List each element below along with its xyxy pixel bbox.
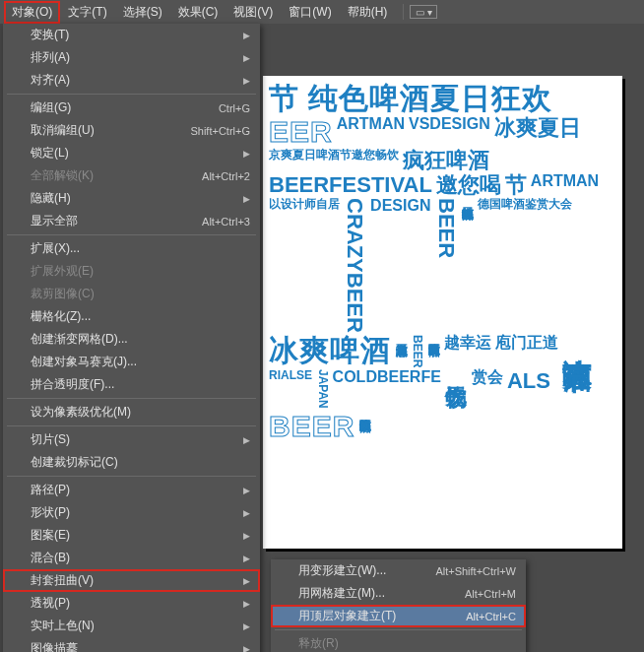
object-menu-dropdown: 变换(T)▶排列(A)▶对齐(A)▶编组(G)Ctrl+G取消编组(U)Shif…: [3, 24, 260, 652]
menu-separator: [7, 94, 256, 95]
submenu-item[interactable]: 用变形建立(W)...Alt+Shift+Ctrl+W: [271, 559, 526, 582]
menu-item-label: 裁剪图像(C): [31, 286, 95, 302]
poster-text: 节: [505, 173, 527, 196]
menu-shortcut: Alt+Ctrl+3: [202, 216, 250, 228]
poster-text: BEERFESTIVAL: [269, 173, 432, 196]
menu-shortcut: Alt+Ctrl+2: [202, 170, 250, 182]
poster-text: VSDESIGN: [409, 116, 490, 148]
menubar-item[interactable]: 视图(V): [225, 1, 281, 24]
menu-item[interactable]: 切片(S)▶: [3, 428, 260, 451]
submenu-item[interactable]: 用网格建立(M)...Alt+Ctrl+M: [271, 582, 526, 605]
menu-bar: 对象(O)文字(T)选择(S)效果(C)视图(V)窗口(W)帮助(H)▭ ▾: [0, 0, 644, 24]
menu-item[interactable]: 拼合透明度(F)...: [3, 373, 260, 396]
menu-item-label: 扩展(X)...: [31, 240, 80, 257]
menu-item: 裁剪图像(C): [3, 283, 260, 305]
menu-item[interactable]: 透视(P)▶: [3, 592, 260, 615]
menu-item-label: 形状(P): [31, 504, 70, 521]
canvas-area: 节 纯色啤酒夏日狂欢EERARTMANVSDESIGN冰爽夏日京爽夏日啤酒节邀您…: [260, 24, 644, 652]
menu-item-label: 设为像素级优化(M): [31, 404, 131, 421]
poster-text: 赏会: [472, 369, 503, 409]
menu-item[interactable]: 创建裁切标记(C): [3, 451, 260, 474]
menu-item-label: 透视(P): [31, 595, 70, 612]
menu-item-label: 排列(A): [31, 49, 70, 66]
menu-item[interactable]: 栅格化(Z)...: [3, 305, 260, 328]
submenu-item: 释放(R): [271, 632, 526, 652]
menu-item[interactable]: 隐藏(H)▶: [3, 187, 260, 210]
poster-text: 德国啤酒鉴赏大会: [478, 198, 572, 333]
menu-item-label: 封套扭曲(V): [31, 572, 94, 589]
poster-text: 疯狂啤酒: [403, 149, 489, 171]
menu-item[interactable]: 扩展(X)...: [3, 237, 260, 260]
menubar-item[interactable]: 窗口(W): [281, 1, 339, 24]
menu-item[interactable]: 图案(E)▶: [3, 524, 260, 547]
menu-item: 扩展外观(E): [3, 260, 260, 283]
menu-item[interactable]: 封套扭曲(V)▶: [3, 569, 260, 592]
menubar-item[interactable]: 对象(O): [4, 1, 60, 24]
poster-text: RIALSE: [269, 369, 312, 409]
poster-text: COLDBEERFE: [333, 369, 441, 409]
poster-text: JAPAN: [316, 369, 329, 409]
menu-item-label: 隐藏(H): [31, 190, 71, 207]
menu-item[interactable]: 对齐(A)▶: [3, 69, 260, 92]
poster-text: 夏日啤酒邀您: [395, 335, 408, 367]
submenu-arrow-icon: ▶: [243, 435, 250, 445]
menu-item[interactable]: 排列(A)▶: [3, 46, 260, 69]
submenu-arrow-icon: ▶: [243, 621, 250, 631]
poster-text: BEER: [269, 411, 354, 442]
menu-item-label: 变换(T): [31, 27, 69, 43]
toolbar-icon[interactable]: ▭ ▾: [410, 5, 437, 19]
submenu-arrow-icon: ▶: [243, 149, 250, 159]
poster-text: 冰爽啤酒节: [562, 335, 594, 367]
poster-text: 京爽夏日啤酒节邀您畅饮: [269, 149, 399, 171]
poster-text: ARTMAN: [531, 173, 599, 196]
menubar-item[interactable]: 效果(C): [170, 1, 226, 24]
menu-separator: [7, 398, 256, 399]
poster-text: 啤酒节夏日狂欢限: [427, 335, 440, 367]
submenu-item[interactable]: 用顶层对象建立(T)Alt+Ctrl+C: [271, 605, 526, 627]
menu-item[interactable]: 编组(G)Ctrl+G: [3, 97, 260, 119]
poster-text: CRAZYBEER: [344, 198, 366, 333]
menubar-item[interactable]: 帮助(H): [340, 1, 396, 24]
menu-item-label: 编组(G): [31, 99, 71, 116]
menu-item-label: 扩展外观(E): [31, 263, 94, 280]
submenu-arrow-icon: ▶: [243, 53, 250, 63]
menu-item[interactable]: 变换(T)▶: [3, 24, 260, 46]
menu-item[interactable]: 实时上色(N)▶: [3, 615, 260, 637]
poster-text: 冰爽啤酒: [269, 335, 391, 367]
menu-item: 全部解锁(K)Alt+Ctrl+2: [3, 164, 260, 187]
menu-item-label: 创建对象马赛克(J)...: [31, 354, 137, 370]
menu-item[interactable]: 创建渐变网格(D)...: [3, 328, 260, 351]
menu-item[interactable]: 形状(P)▶: [3, 501, 260, 524]
poster-text: 冰爽夏日: [494, 116, 581, 148]
poster-text: 以设计师自居: [269, 198, 340, 333]
menu-item[interactable]: 路径(P)▶: [3, 479, 260, 501]
menu-item[interactable]: 设为像素级优化(M): [3, 401, 260, 424]
menu-item[interactable]: 创建对象马赛克(J)...: [3, 351, 260, 373]
menu-item-label: 拼合透明度(F)...: [31, 376, 114, 393]
menu-shortcut: Alt+Ctrl+C: [466, 611, 516, 622]
poster-text: BEER: [434, 198, 457, 333]
menu-item[interactable]: 混合(B)▶: [3, 547, 260, 569]
submenu-arrow-icon: ▶: [243, 31, 250, 40]
menu-shortcut: Ctrl+G: [219, 102, 250, 114]
poster-text: 啤酒夏日狂欢限畅饮: [358, 411, 371, 442]
menu-shortcut: Alt+Shift+Ctrl+W: [435, 565, 516, 577]
submenu-arrow-icon: ▶: [243, 554, 250, 563]
menu-item-label: 锁定(L): [31, 145, 69, 162]
menu-item-label: 用变形建立(W)...: [298, 562, 386, 579]
envelope-distort-submenu: 用变形建立(W)...Alt+Shift+Ctrl+W用网格建立(M)...Al…: [271, 559, 526, 652]
menubar-item[interactable]: 文字(T): [60, 1, 114, 24]
menu-shortcut: Shift+Ctrl+G: [190, 125, 250, 137]
menu-item-label: 用顶层对象建立(T): [298, 608, 396, 624]
menu-separator: [7, 425, 256, 426]
menu-separator: [7, 234, 256, 235]
menu-item[interactable]: 显示全部Alt+Ctrl+3: [3, 210, 260, 232]
poster-text: 节 纯色啤酒夏日狂欢: [269, 83, 552, 114]
menu-item-label: 对齐(A): [31, 72, 70, 89]
menubar-item[interactable]: 选择(S): [115, 1, 170, 24]
menu-shortcut: Alt+Ctrl+M: [465, 588, 516, 600]
menu-item[interactable]: 取消编组(U)Shift+Ctrl+G: [3, 119, 260, 142]
menu-item[interactable]: 图像描摹▶: [3, 637, 260, 652]
menu-item[interactable]: 锁定(L)▶: [3, 142, 260, 164]
menu-separator: [275, 629, 522, 630]
